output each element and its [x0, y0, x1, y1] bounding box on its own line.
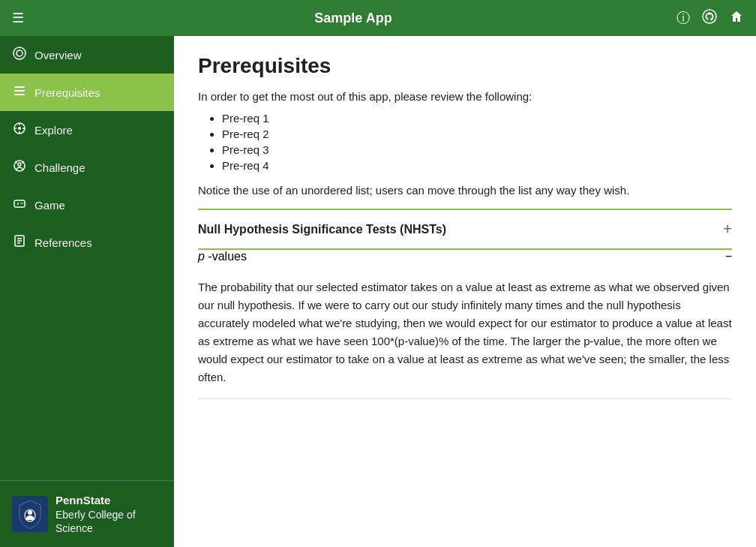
school-name-sub: Eberly College of Science	[56, 508, 162, 535]
prerequisites-icon	[12, 84, 27, 101]
sidebar-item-challenge-label: Challenge	[34, 161, 86, 174]
main-layout: Overview Prerequisites	[0, 36, 756, 547]
challenge-icon	[12, 159, 27, 176]
info-icon[interactable]: ⓘ	[676, 9, 690, 27]
sidebar-item-references-label: References	[34, 236, 92, 249]
school-name-bold: PennState	[56, 493, 162, 508]
app-title: Sample App	[30, 11, 676, 26]
accordion-nhsts-title: Null Hypothesis Significance Tests (NHST…	[198, 223, 446, 236]
github-icon[interactable]	[702, 9, 717, 28]
sidebar-item-prerequisites[interactable]: Prerequisites	[0, 74, 174, 111]
sidebar-item-prerequisites-label: Prerequisites	[34, 86, 100, 99]
accordion-pvalues-toggle-icon[interactable]: −	[725, 250, 732, 263]
p-italic: p	[198, 250, 205, 263]
page-title: Prerequisites	[198, 54, 732, 78]
svg-point-18	[22, 203, 23, 204]
hamburger-icon[interactable]: ☰	[12, 10, 24, 26]
sidebar-item-game-label: Game	[34, 199, 65, 212]
accordion-pvalues-body: The probability that our selected estima…	[198, 272, 732, 398]
list-item: Pre-req 4	[222, 159, 732, 172]
list-item: Pre-req 2	[222, 128, 732, 140]
prereq-list: Pre-req 1 Pre-req 2 Pre-req 3 Pre-req 4	[198, 112, 732, 172]
svg-point-24	[28, 510, 32, 515]
accordion-nhsts-header[interactable]: Null Hypothesis Significance Tests (NHST…	[198, 210, 732, 248]
svg-point-1	[14, 47, 26, 59]
svg-rect-4	[14, 90, 25, 92]
game-icon	[12, 197, 27, 213]
sidebar-item-overview[interactable]: Overview	[0, 36, 174, 74]
svg-point-0	[703, 10, 716, 23]
intro-text: In order to get the most out of this app…	[198, 90, 732, 103]
accordion-nhsts-toggle-icon[interactable]: +	[723, 221, 732, 238]
list-item: Pre-req 3	[222, 143, 732, 156]
references-icon	[12, 234, 27, 251]
svg-rect-14	[14, 200, 25, 207]
sidebar-item-references[interactable]: References	[0, 224, 174, 261]
sidebar-item-game[interactable]: Game	[0, 186, 174, 224]
sidebar: Overview Prerequisites	[0, 36, 174, 547]
accordion-nhsts: Null Hypothesis Significance Tests (NHST…	[198, 210, 732, 250]
overview-icon	[12, 47, 27, 63]
pennstate-shield-icon	[12, 496, 48, 532]
top-header: ☰ Sample App ⓘ	[0, 0, 756, 36]
accordion-pvalues-header-row[interactable]: p -values −	[198, 250, 732, 263]
content-area: Prerequisites In order to get the most o…	[174, 36, 756, 547]
svg-rect-3	[14, 86, 25, 88]
pvalues-body-text: The probability that our selected estima…	[198, 278, 732, 386]
sidebar-item-overview-label: Overview	[34, 49, 82, 62]
p-values-rest: -values	[205, 250, 247, 263]
sidebar-item-challenge[interactable]: Challenge	[0, 149, 174, 186]
sidebar-footer: PennState Eberly College of Science	[0, 480, 174, 547]
sidebar-item-explore-label: Explore	[34, 124, 73, 137]
accordion-pvalues-title: p -values	[198, 250, 247, 263]
explore-icon	[12, 122, 27, 138]
pennstate-info: PennState Eberly College of Science	[56, 493, 162, 535]
accordion-pvalues: p -values − The probability that our sel…	[198, 250, 732, 399]
svg-point-7	[18, 127, 21, 130]
sidebar-item-explore[interactable]: Explore	[0, 111, 174, 149]
svg-point-2	[16, 50, 22, 56]
svg-rect-5	[14, 94, 25, 95]
svg-point-13	[18, 163, 21, 166]
sidebar-nav: Overview Prerequisites	[0, 36, 174, 480]
svg-point-17	[20, 203, 22, 204]
home-icon[interactable]	[729, 9, 744, 28]
header-icons: ⓘ	[676, 9, 744, 28]
notice-text: Notice the use of an unordered list; use…	[198, 184, 732, 197]
list-item: Pre-req 1	[222, 112, 732, 125]
